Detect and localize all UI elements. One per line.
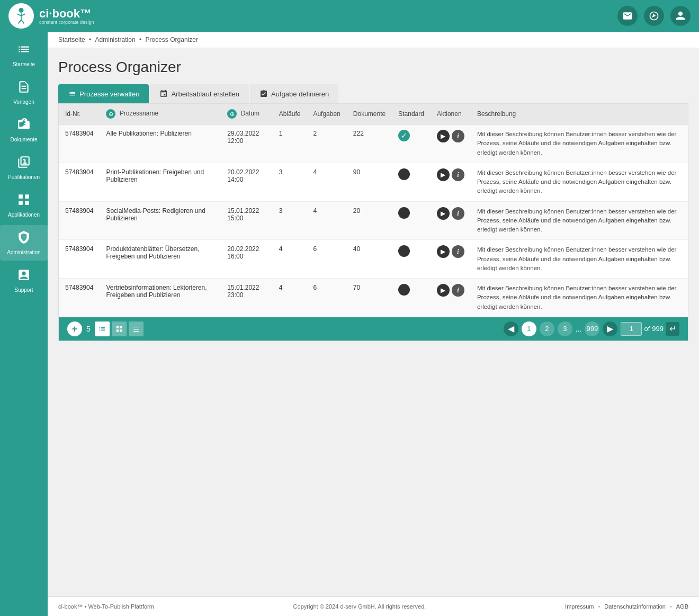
- cell-standard: ✓: [392, 124, 431, 163]
- sidebar-item-support[interactable]: Support: [0, 263, 48, 298]
- table-row: 57483904 Vertriebsinformationen: Lektori…: [59, 279, 688, 317]
- user-button[interactable]: [670, 6, 691, 26]
- sidebar-item-publikationen[interactable]: Publikationen: [0, 150, 48, 185]
- cell-dokumente: 40: [347, 240, 392, 279]
- pag-page-2[interactable]: 2: [540, 322, 554, 336]
- col-name[interactable]: ⊕ Prozessname: [100, 104, 221, 124]
- app-container: ci·book™ constant corporate design: [0, 0, 699, 616]
- footer-links: Impressum • Datenschutzinformation • AGB: [565, 603, 688, 610]
- compass-button[interactable]: [644, 6, 664, 26]
- sidebar-item-applikationen[interactable]: Applikationen: [0, 188, 48, 223]
- col-beschreibung: Beschreibung: [471, 104, 688, 124]
- info-action-button[interactable]: i: [452, 168, 464, 181]
- standard-circle-icon: [398, 207, 410, 219]
- pag-next-button[interactable]: ▶: [603, 322, 617, 336]
- view-compact-button[interactable]: [129, 322, 144, 336]
- sidebar-item-vorlagen[interactable]: Vorlagen: [0, 75, 48, 110]
- cell-aufgaben: 4: [307, 163, 346, 201]
- cell-standard: [392, 240, 431, 279]
- cell-id: 57483904: [59, 279, 100, 317]
- add-process-button[interactable]: +: [67, 322, 82, 336]
- cell-aufgaben: 6: [307, 279, 346, 317]
- logo-dancer-icon: [12, 6, 31, 25]
- pag-prev-button[interactable]: ◀: [504, 322, 518, 336]
- cell-dokumente: 222: [347, 124, 392, 163]
- footer-datenschutz[interactable]: Datenschutzinformation: [604, 603, 666, 610]
- list-view-icon: [98, 325, 106, 333]
- page-number-input[interactable]: [621, 322, 642, 336]
- cell-aufgaben: 4: [307, 201, 346, 240]
- play-action-button[interactable]: ▶: [437, 284, 450, 297]
- description-text: Mit dieser Beschreibung können Benutzer:…: [477, 246, 677, 271]
- pag-left: + 5: [67, 322, 144, 336]
- breadcrumb-process-organizer: Process Organizer: [146, 36, 198, 43]
- description-text: Mit dieser Beschreibung können Benutzer:…: [477, 169, 677, 194]
- cell-beschreibung: Mit dieser Beschreibung können Benutzer:…: [471, 163, 688, 201]
- pag-last-page[interactable]: 999: [585, 322, 599, 336]
- col-standard: Standard: [392, 104, 431, 124]
- top-bar-left: ci·book™ constant corporate design: [8, 3, 94, 29]
- footer-center: Copyright © 2024 d-serv GmbH. All rights…: [293, 603, 426, 610]
- top-bar: ci·book™ constant corporate design: [0, 0, 699, 32]
- dokumente-icon: [17, 118, 31, 135]
- sidebar-label-vorlagen: Vorlagen: [13, 99, 34, 105]
- logo-text-block: ci·book™ constant corporate design: [39, 7, 94, 25]
- cell-datum: 15.01.2022 15:00: [221, 201, 272, 240]
- play-action-button[interactable]: ▶: [437, 245, 450, 258]
- sidebar-item-dokumente[interactable]: Dokumente: [0, 112, 48, 148]
- tab-prozesse[interactable]: Prozesse verwalten: [58, 84, 149, 103]
- footer-left: ci-book™ • Web-To-Publish Plattform: [58, 603, 154, 610]
- play-action-button[interactable]: ▶: [437, 130, 450, 142]
- table-container: Id-Nr. ⊕ Prozessname ⊕ Datum Abläufe: [58, 103, 688, 341]
- sidebar-item-startseite[interactable]: Startseite: [0, 37, 48, 73]
- page-title: Process Organizer: [58, 59, 688, 76]
- sidebar-label-dokumente: Dokumente: [10, 137, 37, 142]
- svg-point-0: [19, 8, 24, 13]
- page-content: Process Organizer Prozesse verwalten Arb…: [48, 48, 699, 596]
- col-id: Id-Nr.: [59, 104, 100, 124]
- footer: ci-book™ • Web-To-Publish Plattform Copy…: [48, 596, 699, 616]
- cell-dokumente: 20: [347, 201, 392, 240]
- support-icon: [17, 268, 31, 285]
- email-button[interactable]: [617, 6, 638, 26]
- cell-id: 57483904: [59, 201, 100, 240]
- pag-page-3[interactable]: 3: [558, 322, 572, 336]
- info-action-button[interactable]: i: [452, 284, 464, 297]
- pag-page-1[interactable]: 1: [522, 322, 536, 336]
- tab-aufgabe-label: Aufgabe definieren: [271, 90, 329, 98]
- standard-circle-icon: [398, 168, 410, 180]
- cell-id: 57483904: [59, 240, 100, 279]
- pag-go-button[interactable]: ↵: [666, 322, 679, 336]
- pag-count: 5: [86, 325, 91, 333]
- logo-title: ci·book™: [39, 7, 92, 20]
- cell-aktionen: ▶ i: [431, 240, 471, 279]
- sidebar-item-administration[interactable]: Administration: [0, 225, 48, 261]
- col-aufgaben: Aufgaben: [307, 104, 346, 124]
- cell-ablaufe: 3: [273, 163, 307, 201]
- cell-id: 57483904: [59, 163, 100, 201]
- footer-impressum[interactable]: Impressum: [565, 603, 594, 610]
- table-row: 57483904 Print-Publikationen: Freigeben …: [59, 163, 688, 201]
- pag-right: ◀ 1 2 3 ... 999 ▶ of 999 ↵: [504, 322, 679, 336]
- view-list-button[interactable]: [95, 322, 110, 336]
- col-ablaufe: Abläufe: [273, 104, 307, 124]
- table-body: 57483904 Alle Publikationen: Publizieren…: [59, 124, 688, 317]
- play-action-button[interactable]: ▶: [437, 168, 450, 181]
- col-datum[interactable]: ⊕ Datum: [221, 104, 272, 124]
- col-dokumente: Dokumente: [347, 104, 392, 124]
- view-grid-button[interactable]: [112, 322, 127, 336]
- administration-icon: [17, 230, 31, 247]
- info-action-button[interactable]: i: [452, 245, 464, 258]
- compact-view-icon: [132, 325, 140, 333]
- cell-name: Print-Publikationen: Freigeben und Publi…: [100, 163, 221, 201]
- cell-datum: 29.03.2022 12:00: [221, 124, 272, 163]
- info-action-button[interactable]: i: [452, 130, 464, 142]
- vorlagen-icon: [17, 80, 31, 97]
- play-action-button[interactable]: ▶: [437, 207, 450, 220]
- info-action-button[interactable]: i: [452, 207, 464, 220]
- tab-arbeitsablauf[interactable]: Arbeitsablauf erstellen: [150, 84, 249, 103]
- breadcrumb-administration: Administration: [95, 36, 136, 43]
- footer-agb[interactable]: AGB: [676, 603, 688, 610]
- tab-aufgabe[interactable]: Aufgabe definieren: [250, 84, 338, 103]
- publikationen-icon: [17, 155, 31, 172]
